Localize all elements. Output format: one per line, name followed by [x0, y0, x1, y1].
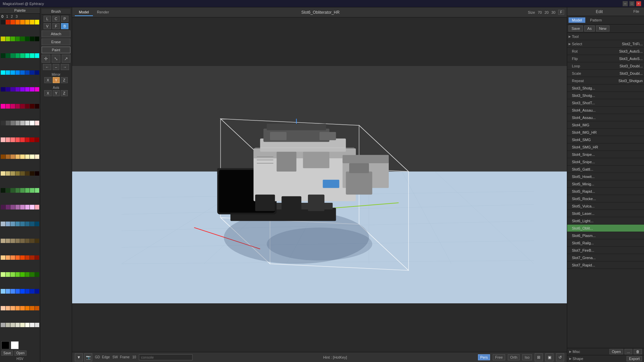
- tool-row-31[interactable]: Slot7_Rapid...: [567, 261, 644, 269]
- color-swatch-111[interactable]: [35, 239, 40, 243]
- color-swatch-131[interactable]: [15, 289, 20, 294]
- color-swatch-31[interactable]: [35, 70, 40, 75]
- color-swatch-82[interactable]: [10, 188, 15, 193]
- nav-left[interactable]: ←: [43, 64, 51, 70]
- tool-row-25[interactable]: Slot6_Light...: [567, 217, 644, 225]
- palette-num-3[interactable]: 3: [15, 14, 17, 18]
- nav-center[interactable]: –: [53, 64, 59, 70]
- brush-type-l[interactable]: L: [44, 16, 51, 22]
- mirror-x[interactable]: X: [44, 77, 51, 83]
- color-swatch-38[interactable]: [30, 87, 35, 92]
- minimize-button[interactable]: ─: [623, 1, 628, 6]
- tab-model[interactable]: Model: [75, 9, 93, 16]
- tool-row-5[interactable]: ScaleSlot3_Doubl...: [567, 70, 644, 77]
- color-swatch-121[interactable]: [6, 272, 10, 277]
- color-swatch-28[interactable]: [20, 70, 25, 75]
- color-swatch-57[interactable]: [6, 137, 10, 142]
- color-swatch-1[interactable]: [6, 20, 10, 24]
- tool-row-8[interactable]: Slot3_Shotg...: [567, 92, 644, 99]
- color-swatch-101[interactable]: [25, 222, 30, 226]
- color-swatch-43[interactable]: [15, 104, 20, 109]
- color-swatch-26[interactable]: [10, 70, 15, 75]
- save-button[interactable]: Save: [569, 25, 583, 32]
- tool-row-7[interactable]: Slot3_Shotg...: [567, 84, 644, 92]
- color-swatch-126[interactable]: [30, 272, 35, 277]
- color-swatch-127[interactable]: [35, 272, 40, 277]
- color-swatch-12[interactable]: [20, 37, 25, 41]
- color-swatch-67[interactable]: [15, 155, 20, 159]
- tool-row-17[interactable]: Slot4_Snipe...: [567, 158, 644, 166]
- camera-icon[interactable]: 📷: [84, 353, 92, 361]
- color-swatch-93[interactable]: [25, 205, 30, 209]
- color-swatch-58[interactable]: [10, 137, 15, 142]
- tool-row-24[interactable]: Slot6_Laser...: [567, 210, 644, 217]
- color-swatch-75[interactable]: [15, 171, 20, 176]
- tool-row-10[interactable]: Slot4_Assau...: [567, 107, 644, 114]
- f-button[interactable]: F: [558, 10, 564, 15]
- file-tab[interactable]: File: [630, 9, 643, 15]
- frame-label[interactable]: Frame: [120, 355, 129, 359]
- color-swatch-8[interactable]: [1, 37, 5, 41]
- tool-row-13[interactable]: Slot4_IMG_HR: [567, 129, 644, 136]
- tool-row-20[interactable]: Slot5_Minig...: [567, 180, 644, 188]
- color-swatch-115[interactable]: [15, 255, 20, 260]
- color-swatch-89[interactable]: [6, 205, 10, 209]
- axis-x[interactable]: X: [44, 90, 51, 96]
- palette-save-button[interactable]: Save: [1, 351, 13, 356]
- open-misc-button[interactable]: Open: [609, 349, 623, 354]
- color-swatch-109[interactable]: [25, 239, 30, 243]
- color-swatch-96[interactable]: [1, 222, 5, 226]
- color-swatch-51[interactable]: [15, 121, 20, 125]
- color-swatch-3[interactable]: [15, 20, 20, 24]
- color-swatch-104[interactable]: [1, 239, 5, 243]
- color-swatch-148[interactable]: [20, 323, 25, 327]
- tool-row-28[interactable]: Slot6_Railg...: [567, 239, 644, 247]
- color-swatch-27[interactable]: [15, 70, 20, 75]
- axis-y[interactable]: Y: [53, 90, 60, 96]
- color-swatch-6[interactable]: [30, 20, 35, 24]
- color-swatch-7[interactable]: [35, 20, 40, 24]
- color-swatch-94[interactable]: [30, 205, 35, 209]
- color-swatch-66[interactable]: [10, 155, 15, 159]
- tool-row-18[interactable]: Slot5_Gattl...: [567, 166, 644, 173]
- tool-row-1[interactable]: ▶SelectSlot2_TriFi...: [567, 40, 644, 48]
- tool-row-2[interactable]: RotSlot3_AutoS...: [567, 48, 644, 55]
- model-tab[interactable]: Model: [569, 17, 585, 23]
- paint-button[interactable]: Paint: [42, 47, 70, 53]
- tool-row-19[interactable]: Slot5_Howit...: [567, 173, 644, 180]
- color-swatch-150[interactable]: [30, 323, 35, 327]
- color-swatch-108[interactable]: [20, 239, 25, 243]
- tool-row-29[interactable]: Slot7_FireB...: [567, 247, 644, 254]
- tab-render[interactable]: Render: [93, 9, 113, 16]
- brush-mode-v[interactable]: V: [44, 23, 51, 29]
- console-input[interactable]: [139, 354, 193, 360]
- close-button[interactable]: ✕: [636, 1, 641, 6]
- color-swatch-80[interactable]: [1, 188, 5, 193]
- color-swatch-86[interactable]: [30, 188, 35, 193]
- color-swatch-10[interactable]: [10, 37, 15, 41]
- color-swatch-83[interactable]: [15, 188, 20, 193]
- tool-row-11[interactable]: Slot4_Assau...: [567, 114, 644, 121]
- resize-icon[interactable]: ⤡: [52, 55, 60, 63]
- tool-row-12[interactable]: Slot4_IMG: [567, 121, 644, 129]
- color-swatch-74[interactable]: [10, 171, 15, 176]
- color-swatch-33[interactable]: [6, 87, 10, 92]
- color-swatch-129[interactable]: [6, 289, 10, 294]
- color-swatch-106[interactable]: [10, 239, 15, 243]
- brush-type-c[interactable]: C: [52, 16, 60, 22]
- color-swatch-62[interactable]: [30, 137, 35, 142]
- color-swatch-134[interactable]: [30, 289, 35, 294]
- reset-view-icon[interactable]: ↺: [556, 353, 564, 361]
- color-swatch-100[interactable]: [20, 222, 25, 226]
- color-swatch-40[interactable]: [1, 104, 5, 109]
- color-swatch-39[interactable]: [35, 87, 40, 92]
- color-swatch-63[interactable]: [35, 137, 40, 142]
- color-swatch-24[interactable]: [1, 70, 5, 75]
- tool-row-26[interactable]: Slot6_Oblit...: [567, 225, 644, 232]
- dropdown-icon[interactable]: ▼: [75, 353, 83, 361]
- mirror-y[interactable]: Y: [53, 77, 60, 83]
- color-swatch-124[interactable]: [20, 272, 25, 277]
- color-swatch-130[interactable]: [10, 289, 15, 294]
- color-swatch-114[interactable]: [10, 255, 15, 260]
- color-swatch-137[interactable]: [6, 306, 10, 311]
